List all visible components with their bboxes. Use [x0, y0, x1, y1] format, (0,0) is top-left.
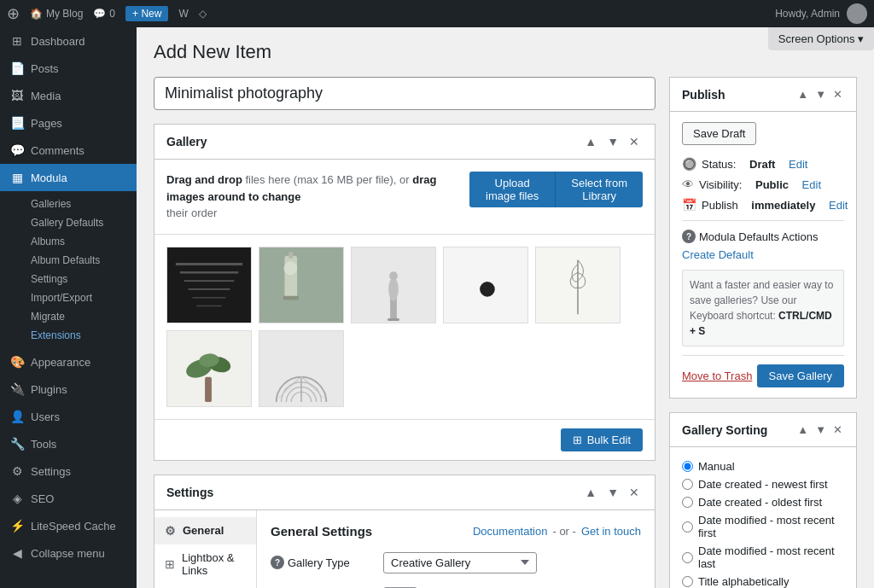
gallery-thumb-3[interactable] [351, 247, 436, 323]
wp-logo-icon[interactable]: ⊕ [7, 4, 20, 23]
settings-collapse-up-button[interactable]: ▲ [581, 484, 600, 501]
sorting-radio-modified-recent[interactable] [682, 521, 693, 533]
content-side: Publish ▲ ▼ ✕ Save Draft 🔘 Status: Draft [669, 77, 857, 588]
gallery-thumb-6[interactable] [166, 330, 252, 407]
status-value: Draft [749, 158, 775, 171]
sidebar-item-migrate[interactable]: Migrate [20, 307, 137, 326]
new-button[interactable]: + New [125, 6, 168, 21]
gallery-collapse-up-button[interactable]: ▲ [581, 133, 600, 150]
sorting-radio-date-newest[interactable] [682, 479, 693, 490]
comments-link[interactable]: 💬 0 [93, 8, 115, 20]
settings-nav-lightbox[interactable]: ⊞ Lightbox & Links [154, 544, 256, 584]
modula-icon-w[interactable]: W [178, 8, 188, 20]
general-settings-icon: ⚙ [165, 524, 176, 538]
bulk-edit-button[interactable]: ⊞ Bulk Edit [561, 428, 643, 451]
sidebar-item-settings[interactable]: Settings [20, 270, 137, 288]
sorting-option-date-oldest[interactable]: Date created - oldest first [682, 493, 844, 511]
publish-close-button[interactable]: ✕ [831, 86, 844, 102]
sidebar-item-settings2[interactable]: ⚙ Settings [0, 457, 137, 485]
gallery-thumb-7[interactable] [259, 330, 344, 407]
modula-icon: ▦ [10, 171, 24, 184]
sorting-radio-modified-last[interactable] [682, 552, 693, 563]
title-input[interactable] [154, 77, 656, 110]
sidebar-item-albums[interactable]: Albums [20, 232, 137, 251]
create-default-link[interactable]: Create Default [682, 248, 754, 261]
sidebar-item-galleries[interactable]: Galleries [20, 195, 137, 213]
sidebar-item-media[interactable]: 🖼 Media [0, 82, 137, 109]
sidebar-item-comments[interactable]: 💬 Comments [0, 137, 137, 164]
defaults-help-icon[interactable]: ? [682, 230, 696, 243]
settings-gallery-type-row: ? Gallery Type Creative Gallery Grid Mas… [271, 552, 641, 573]
gallery-type-select[interactable]: Creative Gallery Grid Masonry Slider Jus… [383, 552, 537, 573]
save-draft-button[interactable]: Save Draft [682, 122, 756, 145]
get-in-touch-link[interactable]: Get in touch [581, 525, 641, 538]
dashboard-icon: ⊞ [10, 34, 24, 48]
sidebar-item-extensions[interactable]: Extensions [20, 326, 137, 345]
screen-options-area: Screen Options ▾ [768, 27, 874, 50]
sorting-option-modified-last[interactable]: Date modified - most recent last [682, 542, 844, 573]
home-icon: 🏠 [30, 8, 43, 20]
sorting-option-title-alpha[interactable]: Title alphabetically [682, 573, 844, 588]
sorting-collapse-down-button[interactable]: ▼ [813, 422, 828, 438]
visibility-icon: 👁 [682, 178, 694, 191]
sorting-collapse-up-button[interactable]: ▲ [795, 422, 810, 438]
upload-image-button[interactable]: Upload image files [469, 172, 555, 207]
gallery-type-label: Gallery Type [288, 556, 350, 569]
status-edit-link[interactable]: Edit [789, 158, 807, 171]
gallery-close-button[interactable]: ✕ [626, 133, 643, 150]
settings-nav-general[interactable]: ⚙ General [154, 517, 256, 544]
sidebar-item-tools[interactable]: 🔧 Tools [0, 430, 137, 457]
gallery-thumb-1[interactable] [166, 247, 252, 323]
sidebar-item-seo[interactable]: ◈ SEO [0, 485, 137, 512]
sorting-radio-date-oldest[interactable] [682, 497, 693, 508]
publish-collapse-up-button[interactable]: ▲ [795, 86, 810, 102]
modula-icon-diamond[interactable]: ◇ [199, 8, 207, 20]
visibility-value: Public [755, 178, 789, 191]
sorting-option-modified-recent[interactable]: Date modified - most recent first [682, 511, 844, 542]
site-name[interactable]: 🏠 My Blog [30, 8, 83, 20]
sidebar-item-gallery-defaults[interactable]: Gallery Defaults [20, 213, 137, 232]
sorting-radio-title-alpha[interactable] [682, 576, 693, 587]
gallery-drop-text: Drag and drop files here (max 16 MB per … [166, 172, 469, 222]
gallery-thumb-2[interactable] [259, 247, 344, 323]
sidebar-item-appearance[interactable]: 🎨 Appearance [0, 348, 137, 376]
publish-actions: Move to Trash Save Gallery [682, 355, 844, 387]
sidebar-item-modula[interactable]: ▦ Modula [0, 164, 137, 191]
sidebar-item-plugins[interactable]: 🔌 Plugins [0, 376, 137, 403]
publish-edit-link[interactable]: Edit [829, 199, 848, 212]
settings-nav-filters[interactable]: ▼ Filters [154, 584, 256, 589]
sidebar-item-dashboard[interactable]: ⊞ Dashboard [0, 27, 137, 55]
gallery-sorting-title: Gallery Sorting [682, 423, 767, 437]
sorting-radio-manual[interactable] [682, 461, 693, 472]
sidebar-item-pages[interactable]: 📃 Pages [0, 109, 137, 137]
documentation-link[interactable]: Documentation [473, 525, 547, 538]
settings-collapse-down-button[interactable]: ▼ [603, 484, 622, 501]
settings-panel-controls: ▲ ▼ ✕ [581, 484, 643, 501]
sidebar-item-collapse[interactable]: ◀ Collapse menu [0, 539, 137, 567]
gallery-type-help-icon[interactable]: ? [271, 556, 284, 569]
save-gallery-button[interactable]: Save Gallery [757, 364, 844, 387]
content-wrap: Gallery ▲ ▼ ✕ Drag and drop files here (… [154, 77, 857, 588]
sorting-option-manual[interactable]: Manual [682, 457, 844, 475]
settings-close-button[interactable]: ✕ [626, 484, 643, 501]
sidebar-item-litespeed[interactable]: ⚡ LiteSpeed Cache [0, 512, 137, 539]
publish-collapse-down-button[interactable]: ▼ [813, 86, 828, 102]
gallery-collapse-down-button[interactable]: ▼ [603, 133, 622, 150]
page-title: Add New Item [154, 41, 857, 63]
sidebar-item-album-defaults[interactable]: Album Defaults [20, 251, 137, 270]
gallery-thumb-5[interactable] [535, 247, 621, 323]
sorting-close-button[interactable]: ✕ [831, 422, 844, 438]
sidebar-item-import-export[interactable]: Import/Export [20, 288, 137, 307]
publish-status-row: 🔘 Status: Draft Edit [682, 154, 844, 174]
select-from-library-button[interactable]: Select from Library [555, 172, 643, 207]
gallery-thumb-4[interactable] [443, 247, 528, 323]
move-to-trash-button[interactable]: Move to Trash [682, 370, 752, 382]
sidebar-item-posts[interactable]: 📄 Posts [0, 55, 137, 82]
sidebar-item-users[interactable]: 👤 Users [0, 403, 137, 430]
svg-rect-9 [288, 251, 293, 258]
screen-options-button[interactable]: Screen Options ▾ [768, 27, 874, 50]
gallery-action-buttons: Upload image files Select from Library [469, 172, 643, 207]
sorting-option-date-newest[interactable]: Date created - newest first [682, 475, 844, 493]
gallery-grid [154, 235, 655, 419]
visibility-edit-link[interactable]: Edit [802, 178, 821, 191]
